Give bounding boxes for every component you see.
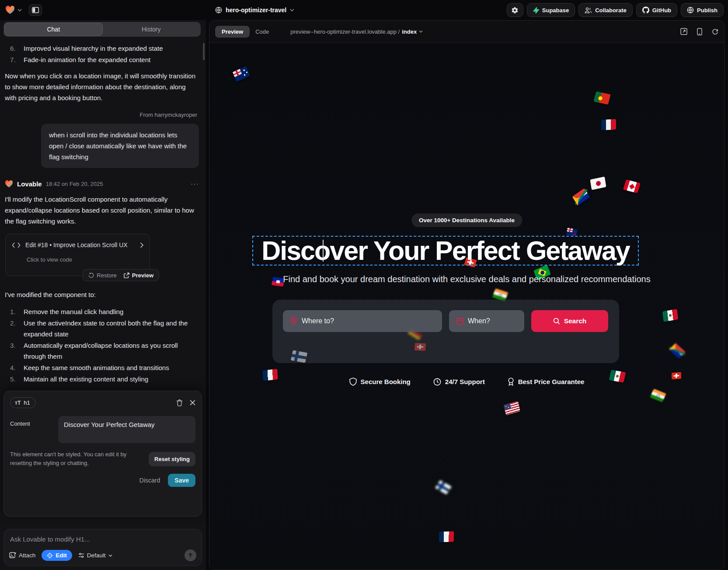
project-switcher[interactable]: hero-optimizer-travel xyxy=(215,0,294,20)
search-panel: Where to? When? Search xyxy=(272,300,619,363)
logo-chevron-down-icon[interactable] xyxy=(17,9,22,11)
attach-image-icon xyxy=(9,552,16,559)
assistant-paragraph: I'll modify the LocationScroll component… xyxy=(5,194,199,227)
collaborate-button[interactable]: Collaborate xyxy=(578,3,633,17)
supabase-label: Supabase xyxy=(542,7,569,14)
attach-button[interactable]: Attach xyxy=(9,552,35,559)
project-chevron-down-icon xyxy=(290,9,294,11)
when-placeholder: When? xyxy=(468,317,490,325)
flag-za-icon xyxy=(572,188,590,206)
globe-icon xyxy=(215,7,222,14)
list-item: Improved visual hierarchy in the expande… xyxy=(10,43,199,54)
search-button[interactable]: Search xyxy=(531,310,608,332)
supabase-bolt-icon xyxy=(533,7,539,14)
delete-element-button[interactable] xyxy=(176,399,183,406)
smartphone-icon xyxy=(697,28,702,35)
list-item: Use the activeIndex state to control bot… xyxy=(10,318,199,339)
refresh-button[interactable] xyxy=(712,28,718,35)
edit-mode-pill[interactable]: Edit xyxy=(42,550,72,561)
content-field-label: Content xyxy=(10,416,58,443)
features-row: Secure Booking 24/7 Support Best Price G… xyxy=(209,378,724,386)
collaborate-label: Collaborate xyxy=(595,7,627,14)
project-name: hero-optimizer-travel xyxy=(226,7,286,14)
list-item: Fade-in animation for the expanded conte… xyxy=(10,54,199,65)
settings-button[interactable] xyxy=(507,3,523,17)
publish-button[interactable]: Publish xyxy=(681,3,724,17)
list-item: Keep the same smooth animations and tran… xyxy=(10,362,199,373)
typography-icon: ᴛT xyxy=(15,400,21,406)
send-button[interactable] xyxy=(185,549,196,561)
element-editor-panel: ᴛT h1 Content Discover Your Perfect Geta… xyxy=(3,391,202,517)
hero-heading[interactable]: Discover Your Perfect Getaway xyxy=(252,236,639,265)
code-icon xyxy=(12,242,21,248)
supabase-button[interactable]: Supabase xyxy=(527,3,575,17)
topbar: hero-optimizer-travel Supabase Collabora… xyxy=(0,0,728,20)
mobile-view-button[interactable] xyxy=(697,28,702,35)
styling-note: This element can't be styled. You can ed… xyxy=(10,450,143,468)
preview-url[interactable]: preview--hero-optimizer-travel.lovable.a… xyxy=(290,28,423,35)
element-tag-pill[interactable]: ᴛT h1 xyxy=(10,397,36,408)
github-label: GitHub xyxy=(652,7,671,14)
flag-fr-icon xyxy=(601,119,616,130)
assistant-message-header: Lovable 18:42 on Feb 20, 2025 ··· xyxy=(5,178,199,189)
user-message-bubble: when i scroll into the individual locati… xyxy=(41,124,199,168)
chat-composer[interactable]: Ask Lovable to modify H1... Attach Edit … xyxy=(3,529,202,566)
restore-button[interactable]: Restore xyxy=(88,270,117,281)
refresh-icon xyxy=(712,28,718,35)
gear-icon xyxy=(511,7,519,14)
clock-icon xyxy=(433,378,441,386)
preview-viewport: Over 1000+ Destinations Available Discov… xyxy=(209,43,724,570)
award-icon xyxy=(508,378,514,386)
where-to-input[interactable]: Where to? xyxy=(283,310,442,332)
tab-preview[interactable]: Preview xyxy=(215,26,250,38)
search-icon xyxy=(553,318,560,325)
chat-history-tabs: Chat History xyxy=(3,22,201,37)
flag-mx-icon xyxy=(662,309,678,322)
tab-history[interactable]: History xyxy=(103,23,200,36)
chat-sidebar: Chat History Improved visual hierarchy i… xyxy=(0,20,206,570)
chevron-down-icon xyxy=(108,554,112,557)
reset-styling-button[interactable]: Reset styling xyxy=(149,452,195,466)
destinations-badge: Over 1000+ Destinations Available xyxy=(411,213,522,227)
composer-input[interactable]: Ask Lovable to modify H1... xyxy=(10,535,195,543)
sliders-icon xyxy=(78,553,84,558)
edit-card-subtitle: Click to view code xyxy=(27,254,143,265)
user-attribution: From harrymckayroper xyxy=(5,109,197,120)
feature-label: Secure Booking xyxy=(361,378,411,385)
hero-subtitle: Find and book your dream destination wit… xyxy=(209,274,724,284)
version-actions-pill: Restore Preview xyxy=(83,269,159,281)
open-in-new-tab-button[interactable] xyxy=(680,28,687,35)
github-button[interactable]: GitHub xyxy=(636,3,677,17)
when-input[interactable]: When? xyxy=(449,310,524,332)
list-item: Maintain all the existing content and st… xyxy=(10,374,199,385)
tab-chat[interactable]: Chat xyxy=(4,23,103,36)
where-to-placeholder: Where to? xyxy=(302,317,334,325)
preview-version-button[interactable]: Preview xyxy=(124,270,153,281)
element-tag-label: h1 xyxy=(24,399,30,406)
content-textarea[interactable]: Discover Your Perfect Getaway xyxy=(58,416,195,443)
save-button[interactable]: Save xyxy=(168,474,195,487)
edit-card-title: Edit #18 • Improve Location Scroll UX xyxy=(25,240,135,251)
url-host: preview--hero-optimizer-travel.lovable.a… xyxy=(290,28,400,35)
message-menu-dots-icon[interactable]: ··· xyxy=(191,178,199,189)
lovable-logo-heart-icon[interactable] xyxy=(5,6,15,14)
sidebar-toggle-button[interactable] xyxy=(29,4,42,16)
model-default-dropdown[interactable]: Default xyxy=(78,552,112,559)
assistant-name: Lovable xyxy=(17,178,42,189)
edit-mode-label: Edit xyxy=(56,552,67,559)
close-panel-button[interactable] xyxy=(190,400,195,406)
flag-fi-icon xyxy=(435,480,452,494)
tab-code[interactable]: Code xyxy=(250,26,275,38)
external-link-icon xyxy=(680,28,687,35)
feature-label: Best Price Guarantee xyxy=(518,378,585,385)
publish-label: Publish xyxy=(697,7,718,14)
feature-best-price: Best Price Guarantee xyxy=(508,378,585,386)
lovable-avatar-heart-icon xyxy=(5,180,13,188)
edit-version-card[interactable]: Edit #18 • Improve Location Scroll UX Cl… xyxy=(5,234,150,276)
map-pin-icon xyxy=(290,317,297,325)
close-icon xyxy=(190,400,195,406)
list-item: Remove the manual click handling xyxy=(10,306,199,317)
discard-button[interactable]: Discard xyxy=(139,477,160,484)
preview-version-label: Preview xyxy=(132,270,153,281)
target-icon xyxy=(47,553,53,559)
